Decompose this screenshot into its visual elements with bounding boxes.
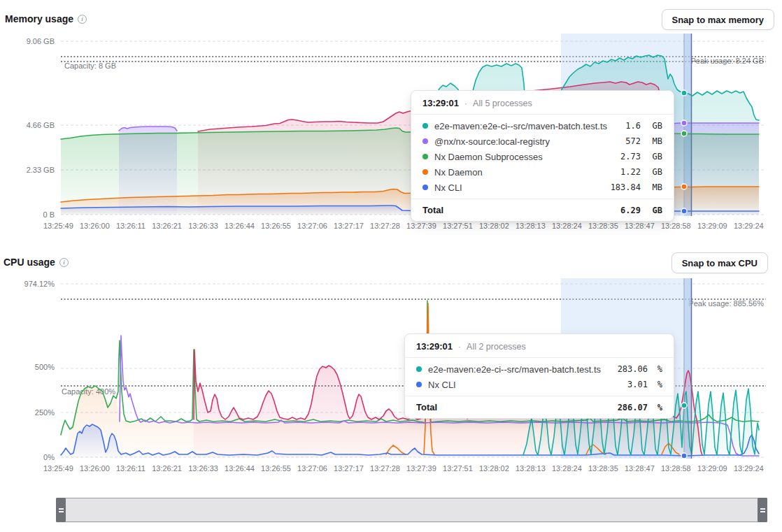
brush-handle-left[interactable]: [56, 498, 66, 522]
process-name: Nx Daemon: [434, 167, 614, 178]
process-name: Nx CLI: [434, 182, 604, 193]
process-unit: %: [654, 380, 662, 389]
x-tick: 13:28:13: [516, 464, 546, 473]
brush-track[interactable]: [56, 498, 767, 522]
cpu-line-blue: [61, 424, 759, 456]
memory-hover-dots: [681, 90, 687, 214]
memory-y-tick: 0 B: [0, 210, 55, 220]
x-tick: 13:26:33: [188, 222, 218, 230]
tooltip-row: e2e-maven:e2e-ci--src/maven-batch.test.t…: [411, 118, 674, 134]
snap-to-max-cpu-button[interactable]: Snap to max CPU: [671, 252, 768, 273]
tooltip-row: e2e-maven:e2e-ci--src/maven-batch.test.t…: [405, 361, 674, 377]
memory-area-purple-bump: [119, 127, 177, 215]
process-value: 283.06: [618, 364, 648, 374]
process-unit: MB: [647, 136, 662, 146]
x-tick: 13:26:44: [225, 464, 255, 473]
memory-tooltip-header: 13:29:01 · All 5 processes: [411, 91, 674, 114]
process-value: 1.22: [620, 167, 641, 177]
memory-section-title: Memory usage i: [5, 13, 87, 24]
info-icon[interactable]: i: [78, 15, 87, 24]
process-value: 183.84: [611, 182, 641, 192]
total-unit: %: [654, 403, 662, 412]
process-name: e2e-maven:e2e-ci--src/maven-batch.test.t…: [434, 121, 619, 131]
tooltip-subtitle: All 2 processes: [467, 342, 526, 352]
process-unit: GB: [647, 121, 662, 131]
series-color-dot: [422, 185, 428, 190]
process-value: 572: [625, 136, 641, 146]
cpu-title-text: CPU usage: [3, 257, 55, 268]
cpu-x-axis: 13:25:4913:26:0013:26:1113:26:2113:26:33…: [43, 464, 764, 473]
total-value: 286.07: [618, 403, 648, 412]
tooltip-time: 13:29:01: [422, 98, 459, 108]
memory-line-purple-bump: [119, 127, 177, 131]
cpu-tooltip-total: Total 286.07 %: [405, 396, 674, 418]
x-tick: 13:26:00: [80, 464, 110, 473]
x-tick: 13:26:21: [152, 222, 182, 230]
tooltip-row: Nx CLI 3.01 %: [405, 377, 674, 392]
x-tick: 13:27:17: [334, 222, 364, 230]
x-tick: 13:27:51: [443, 222, 473, 230]
memory-x-axis: 13:25:4913:26:0013:26:1113:26:2113:26:33…: [43, 222, 764, 230]
x-tick: 13:26:00: [80, 222, 110, 230]
tooltip-row: Nx CLI 183.84 MB: [411, 180, 674, 195]
cpu-tooltip-rows: e2e-maven:e2e-ci--src/maven-batch.test.t…: [405, 358, 674, 396]
tooltip-row: @nx/nx-source:local-registry 572 MB: [411, 134, 674, 149]
brush-handle-right[interactable]: [758, 498, 767, 522]
process-unit: GB: [647, 152, 662, 161]
total-value: 6.29: [620, 206, 641, 215]
process-name: @nx/nx-source:local-registry: [434, 136, 619, 147]
cpu-y-tick: 0%: [0, 452, 55, 462]
process-name: Nx CLI: [428, 380, 621, 390]
memory-capacity-label: Capacity: 8 GB: [64, 62, 116, 71]
cpu-section-title: CPU usage i: [3, 257, 69, 268]
x-tick: 13:26:55: [261, 222, 291, 230]
memory-reference-lines: [61, 57, 766, 62]
memory-tooltip-rows: e2e-maven:e2e-ci--src/maven-batch.test.t…: [411, 115, 674, 199]
cpu-y-tick: 974.12%: [0, 279, 55, 289]
series-color-dot: [416, 382, 422, 387]
memory-tooltip: 13:29:01 · All 5 processes e2e-maven:e2e…: [411, 90, 674, 222]
x-tick: 13:27:17: [334, 464, 364, 473]
x-tick: 13:26:21: [152, 464, 182, 473]
cpu-y-tick: 500%: [0, 362, 55, 372]
total-unit: GB: [647, 206, 662, 215]
cpu-chart[interactable]: [0, 0, 782, 532]
memory-y-tick: 2.33 GB: [0, 165, 55, 175]
x-tick: 13:28:02: [479, 222, 509, 230]
x-tick: 13:28:24: [552, 464, 582, 473]
tooltip-row: Nx Daemon 1.22 GB: [411, 164, 674, 180]
x-tick: 13:29:09: [697, 222, 727, 230]
x-tick: 13:25:49: [43, 222, 73, 230]
memory-y-tick: 9.06 GB: [0, 36, 55, 46]
x-tick: 13:28:13: [516, 222, 546, 230]
x-tick: 13:27:06: [297, 464, 327, 473]
process-unit: %: [654, 364, 662, 374]
cpu-area-blue: [61, 426, 759, 457]
x-tick: 13:29:09: [697, 464, 727, 473]
process-unit: GB: [647, 167, 662, 177]
tooltip-subtitle: All 5 processes: [473, 99, 532, 108]
tooltip-separator: ·: [464, 99, 467, 108]
cpu-tooltip-header: 13:29:01 · All 2 processes: [405, 334, 674, 357]
process-value: 3.01: [627, 380, 648, 389]
tooltip-row: Nx Daemon Subprocesses 2.73 GB: [411, 149, 674, 164]
memory-chart[interactable]: [0, 0, 782, 532]
x-tick: 13:28:47: [625, 464, 655, 473]
x-tick: 13:28:02: [479, 464, 509, 473]
cpu-y-tick: 250%: [0, 408, 55, 417]
x-tick: 13:28:24: [552, 222, 582, 230]
snap-to-max-memory-button[interactable]: Snap to max memory: [662, 9, 775, 30]
series-color-dot: [422, 154, 428, 159]
process-value: 2.73: [620, 152, 641, 161]
info-icon[interactable]: i: [59, 258, 69, 267]
x-tick: 13:26:55: [261, 464, 291, 473]
x-tick: 13:28:35: [588, 464, 618, 473]
x-tick: 13:28:58: [661, 222, 691, 230]
x-tick: 13:29:24: [734, 222, 764, 230]
cpu-capacity-label: Capacity: 400%: [62, 387, 115, 396]
cpu-tooltip: 13:29:01 · All 2 processes e2e-maven:e2e…: [404, 333, 674, 419]
x-tick: 13:26:11: [116, 464, 145, 473]
x-tick: 13:25:49: [43, 464, 73, 473]
memory-y-tick: 4.66 GB: [0, 120, 55, 130]
x-tick: 13:27:28: [370, 222, 400, 230]
